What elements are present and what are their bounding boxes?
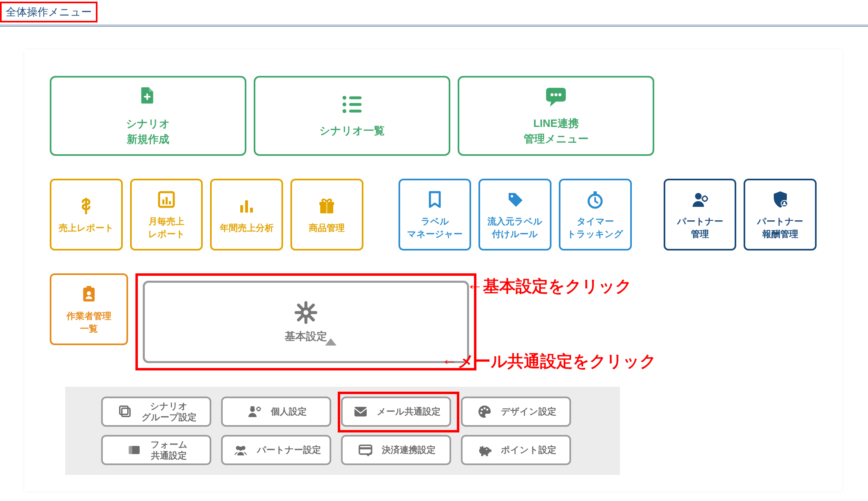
form-common-settings-label: フォーム 共通設定 xyxy=(151,439,188,461)
annotation-mail-settings: ←メール共通設定をクリック xyxy=(441,350,656,372)
bar-chart-box-icon xyxy=(157,188,176,211)
label-manager-label: ラベル マネージャー xyxy=(407,215,463,241)
design-settings-label: デザイン設定 xyxy=(501,406,556,417)
point-settings-button[interactable]: ポイント設定 xyxy=(461,435,571,465)
scenario-list-button[interactable]: シナリオ一覧 xyxy=(254,76,450,156)
settings-row: 作業者管理 一覧 基本設定 ←基本設定をクリック ←メール共通設定をクリック xyxy=(24,250,842,370)
sub-settings-panel: シナリオ グループ設定 個人設定 メール共通設定 デザイン設定 フォーム 共通設… xyxy=(65,387,620,475)
page-header: 全体操作メニュー xyxy=(0,0,868,27)
palette-icon xyxy=(476,403,494,420)
timer-tracking-button[interactable]: タイマー トラッキング xyxy=(559,179,632,250)
sub-row-2: フォーム 共通設定 パートナー設定 決済連携設定 ポイント設定 xyxy=(101,435,584,465)
scenario-group-settings-label: シナリオ グループ設定 xyxy=(142,401,197,423)
partner-settings-label: パートナー設定 xyxy=(257,444,321,456)
chat-icon xyxy=(544,85,568,110)
tag-icon xyxy=(505,188,525,211)
scenario-new-button[interactable]: シナリオ 新規作成 xyxy=(50,76,246,156)
form-icon xyxy=(125,442,143,458)
bookmark-icon xyxy=(425,188,445,211)
payment-link-settings-button[interactable]: 決済連携設定 xyxy=(341,435,451,465)
green-button-row: シナリオ 新規作成 シナリオ一覧 LINE連携 管理メニュー xyxy=(24,50,842,156)
id-badge-icon xyxy=(79,283,99,305)
worker-gear-icon xyxy=(246,403,264,420)
file-plus-icon xyxy=(138,84,158,111)
category-button-row: 売上レポート 月毎売上 レポート 年間売上分析 商品管理 ラベル マネージャー … xyxy=(24,156,842,250)
spacer xyxy=(639,179,656,250)
card-check-icon xyxy=(356,442,374,458)
scenario-group-settings-button[interactable]: シナリオ グループ設定 xyxy=(101,397,211,427)
partner-settings-button[interactable]: パートナー設定 xyxy=(221,435,331,465)
line-link-label: LINE連携 管理メニュー xyxy=(524,116,589,146)
stopwatch-icon xyxy=(585,188,605,211)
worker-list-label: 作業者管理 一覧 xyxy=(66,310,111,335)
form-common-settings-button[interactable]: フォーム 共通設定 xyxy=(101,435,211,465)
mail-icon xyxy=(352,403,370,420)
mail-common-settings-button[interactable]: メール共通設定 xyxy=(341,397,451,427)
annotation-basic-settings: ←基本設定をクリック xyxy=(467,275,632,297)
personal-settings-button[interactable]: 個人設定 xyxy=(221,397,331,427)
gift-icon xyxy=(317,195,337,217)
sales-report-label: 売上レポート xyxy=(59,222,114,235)
partner-mgmt-button[interactable]: パートナー 管理 xyxy=(664,179,737,250)
bar-chart-icon xyxy=(237,195,257,217)
dollar-icon xyxy=(76,195,96,217)
basic-settings-label: 基本設定 xyxy=(285,329,327,344)
sub-row-1: シナリオ グループ設定 個人設定 メール共通設定 デザイン設定 xyxy=(101,397,584,427)
payment-link-settings-label: 決済連携設定 xyxy=(382,444,436,456)
inflow-label-rule-button[interactable]: 流入元ラベル 付けルール xyxy=(478,179,551,250)
chevron-up-icon xyxy=(325,338,337,346)
sales-report-button[interactable]: 売上レポート xyxy=(50,179,123,250)
basic-settings-button[interactable]: 基本設定 xyxy=(143,281,469,363)
scenario-new-label: シナリオ 新規作成 xyxy=(126,116,170,147)
personal-settings-label: 個人設定 xyxy=(271,406,307,417)
page-title: 全体操作メニュー xyxy=(0,2,97,22)
copies-icon xyxy=(116,403,134,420)
annotation-frame-basic: 基本設定 xyxy=(135,273,476,370)
user-gear-icon xyxy=(690,188,710,211)
spacer xyxy=(371,179,391,250)
line-link-button[interactable]: LINE連携 管理メニュー xyxy=(458,76,654,156)
worker-list-button[interactable]: 作業者管理 一覧 xyxy=(50,273,128,345)
people-icon xyxy=(232,442,250,458)
partner-mgmt-label: パートナー 管理 xyxy=(677,215,723,241)
mail-common-settings-label: メール共通設定 xyxy=(377,406,441,417)
list-icon xyxy=(341,93,363,117)
basic-settings-wrap: 基本設定 xyxy=(135,273,476,370)
point-settings-label: ポイント設定 xyxy=(501,444,556,456)
main-panel: シナリオ 新規作成 シナリオ一覧 LINE連携 管理メニュー 売上レポート 月毎… xyxy=(24,50,842,491)
timer-tracking-label: タイマー トラッキング xyxy=(567,215,623,241)
annual-sales-button[interactable]: 年間売上分析 xyxy=(210,179,283,250)
product-mgmt-button[interactable]: 商品管理 xyxy=(290,179,363,250)
label-manager-button[interactable]: ラベル マネージャー xyxy=(399,179,472,250)
partner-reward-label: パートナー 報酬管理 xyxy=(757,215,803,241)
shield-user-icon xyxy=(771,188,790,211)
monthly-sales-label: 月毎売上 レポート xyxy=(148,215,185,241)
scenario-list-label: シナリオ一覧 xyxy=(319,123,385,139)
partner-reward-button[interactable]: パートナー 報酬管理 xyxy=(744,179,817,250)
product-mgmt-label: 商品管理 xyxy=(309,222,345,235)
gear-icon xyxy=(294,301,318,326)
design-settings-button[interactable]: デザイン設定 xyxy=(461,397,571,427)
monthly-sales-button[interactable]: 月毎売上 レポート xyxy=(130,179,203,250)
piggy-icon xyxy=(476,442,494,458)
annual-sales-label: 年間売上分析 xyxy=(220,222,274,235)
inflow-label-rule-label: 流入元ラベル 付けルール xyxy=(487,215,542,241)
